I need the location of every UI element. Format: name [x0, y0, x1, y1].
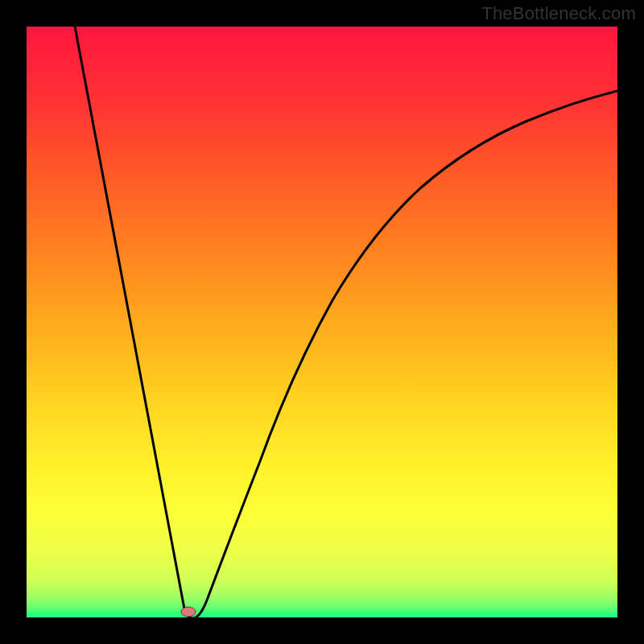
chart-frame: TheBottleneck.com — [0, 0, 644, 644]
attribution-watermark: TheBottleneck.com — [481, 3, 636, 24]
optimum-marker — [181, 607, 196, 617]
plot-area — [27, 27, 617, 617]
chart-svg — [27, 27, 617, 617]
